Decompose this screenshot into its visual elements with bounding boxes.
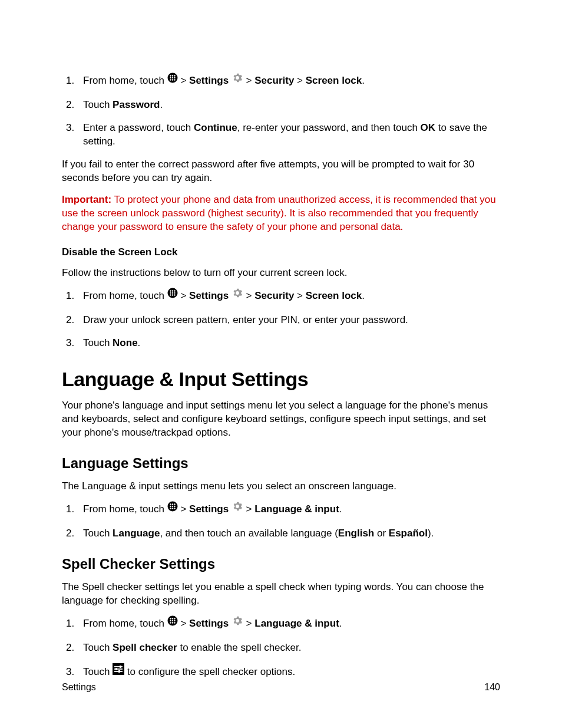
bold-text: Continue [194, 122, 237, 133]
svg-point-13 [174, 291, 175, 292]
svg-point-4 [170, 77, 171, 78]
svg-point-27 [170, 508, 171, 509]
text: , re-enter your password, and then touch [237, 122, 421, 133]
svg-point-17 [170, 295, 171, 296]
bold-text: OK [421, 122, 436, 133]
svg-point-22 [171, 503, 173, 505]
bold-text: Screen lock [306, 290, 362, 301]
svg-point-31 [170, 618, 171, 619]
svg-point-21 [170, 503, 171, 505]
sliders-icon [113, 663, 124, 679]
bold-text: English [338, 528, 374, 539]
bold-text: Security [254, 75, 294, 86]
svg-point-35 [171, 620, 173, 621]
list-item: From home, touch > Settings > Language &… [77, 502, 500, 518]
svg-point-16 [174, 292, 175, 294]
list-item: Touch Language, and then touch an availa… [77, 527, 500, 541]
svg-point-26 [174, 506, 175, 507]
footer-page-number: 140 [484, 682, 500, 693]
svg-point-5 [171, 77, 173, 78]
apps-icon [167, 501, 178, 516]
heading-language-input: Language & Input Settings [62, 368, 500, 391]
bold-text: Settings [189, 75, 229, 86]
svg-point-28 [171, 508, 173, 509]
bold-text: Language [113, 528, 160, 539]
important-text: To protect your phone and data from unau… [62, 194, 496, 232]
heading-language-settings: Language Settings [62, 455, 500, 472]
important-note: Important: To protect your phone and dat… [62, 193, 500, 234]
list-item: Touch Spell checker to enable the spell … [77, 641, 500, 655]
svg-point-19 [174, 295, 175, 296]
text: , and then touch an available language ( [160, 528, 338, 539]
bold-text: Screen lock [306, 75, 362, 86]
text: Touch [83, 337, 113, 348]
svg-point-1 [170, 75, 171, 76]
gt: > [180, 75, 189, 86]
bold-text: Security [254, 290, 294, 301]
text: Touch [83, 642, 113, 653]
footer-section: Settings [62, 682, 96, 693]
svg-rect-44 [120, 666, 121, 668]
text: Touch [83, 528, 113, 539]
paragraph: The Spell checker settings let you enabl… [62, 581, 500, 608]
gt: > [180, 618, 189, 629]
svg-point-11 [170, 291, 171, 292]
period: . [339, 503, 342, 515]
paragraph: Follow the instructions below to turn of… [62, 266, 500, 280]
svg-point-18 [171, 295, 173, 296]
svg-point-8 [171, 79, 173, 80]
bold-text: Language & input [254, 618, 339, 629]
gt: > [180, 503, 189, 515]
heading-spell-checker: Spell Checker Settings [62, 556, 500, 572]
text: to configure the spell checker options. [127, 666, 295, 677]
ordered-list-4: From home, touch > Settings > Language &… [62, 616, 500, 680]
period: . [362, 75, 365, 86]
ordered-list-1: From home, touch > Settings > Security >… [62, 73, 500, 149]
ordered-list-2: From home, touch > Settings > Security >… [62, 288, 500, 350]
bold-text: Spell checker [113, 642, 177, 653]
list-item: Touch to configure the spell checker opt… [77, 664, 500, 680]
gt: > [180, 290, 189, 301]
gear-icon [232, 72, 243, 88]
svg-point-34 [170, 620, 171, 621]
gear-icon [232, 287, 243, 303]
paragraph: The Language & input settings menu lets … [62, 480, 500, 493]
bold-text: Settings [189, 290, 229, 301]
bold-text: Settings [189, 503, 229, 515]
text: or [374, 528, 389, 539]
text: Touch [83, 666, 113, 677]
text: to enable the spell checker. [177, 642, 302, 653]
gt: > [246, 503, 255, 515]
text: ). [428, 528, 434, 539]
svg-rect-45 [115, 668, 117, 670]
list-item: From home, touch > Settings > Language &… [77, 616, 500, 632]
svg-point-24 [170, 506, 171, 507]
text: . [160, 99, 163, 110]
list-item: Enter a password, touch Continue, re-ent… [77, 121, 500, 149]
text: . [138, 337, 141, 348]
apps-icon [167, 288, 178, 302]
svg-point-15 [171, 292, 173, 294]
svg-point-3 [174, 75, 175, 76]
svg-point-9 [174, 79, 175, 80]
gt: > [297, 290, 306, 301]
list-item: Draw your unlock screen pattern, enter y… [77, 314, 500, 327]
text: Enter a password, touch [83, 122, 194, 133]
list-item: From home, touch > Settings > Security >… [77, 288, 500, 304]
bold-text: Settings [189, 618, 229, 629]
gt: > [246, 75, 255, 86]
text: From home, touch [83, 503, 167, 515]
list-item: Touch Password. [77, 98, 500, 112]
bold-text: Language & input [254, 503, 339, 515]
period: . [362, 290, 365, 301]
text: From home, touch [83, 290, 167, 301]
text: Touch [83, 99, 113, 110]
gt: > [246, 618, 255, 629]
period: . [339, 618, 342, 629]
list-item: Touch None. [77, 337, 500, 350]
svg-point-2 [171, 75, 173, 76]
gear-icon [232, 615, 243, 631]
subheading-disable: Disable the Screen Lock [62, 246, 500, 258]
list-item: From home, touch > Settings > Security >… [77, 73, 500, 89]
svg-point-38 [171, 622, 173, 623]
